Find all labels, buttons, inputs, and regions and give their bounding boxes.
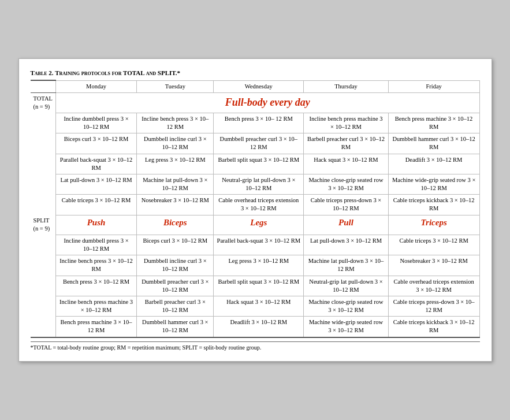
split-row-2-mon: Incline bench press 3 × 10–12 RM	[55, 255, 136, 276]
total-row-2-label	[31, 133, 56, 154]
col-monday: Monday	[55, 80, 136, 92]
total-row-2: Biceps curl 3 × 10–12 RM Dumbbell inclin…	[31, 133, 480, 154]
split-label-cell: SPLIT(n = 9)	[31, 215, 56, 235]
split-day-triceps: Triceps	[388, 215, 479, 235]
split-day-legs: Legs	[214, 215, 304, 235]
total-row-1: Incline dumbbell press 3 × 10–12 RM Incl…	[31, 113, 480, 133]
split-row-3: Bench press 3 × 10–12 RM Dumbbell preach…	[31, 276, 480, 296]
total-row-3-tue: Leg press 3 × 10–12 RM	[137, 154, 214, 174]
split-row-5: Bench press machine 3 × 10–12 RM Dumbbel…	[31, 317, 480, 337]
total-row-4-label	[31, 174, 56, 194]
total-row-5-fri: Cable triceps kickback 3 × 10–12 RM	[388, 195, 479, 215]
full-body-label: Full-body every day	[55, 93, 479, 113]
col-wednesday: Wednesday	[214, 80, 304, 92]
total-row-2-thu: Barbell preacher curl 3 × 10–12 RM	[304, 133, 388, 154]
split-row-1-wed: Parallel back-squat 3 × 10–12 RM	[214, 235, 304, 255]
page: Table 2. Training protocols for TOTAL an…	[18, 58, 492, 361]
split-day-pull: Pull	[304, 215, 388, 235]
total-row-5: Cable triceps 3 × 10–12 RM Nosebreaker 3…	[31, 195, 480, 215]
total-row-4-thu: Machine close-grip seated row 3 × 10–12 …	[304, 174, 388, 194]
total-row-4-mon: Lat pull-down 3 × 10–12 RM	[55, 174, 136, 194]
split-row-4-tue: Barbell preacher curl 3 × 10–12 RM	[137, 296, 214, 316]
split-row-5-mon: Bench press machine 3 × 10–12 RM	[55, 317, 136, 337]
split-header-row: SPLIT(n = 9) Push Biceps Legs Pull Trice…	[31, 215, 480, 235]
total-row-4: Lat pull-down 3 × 10–12 RM Machine lat p…	[31, 174, 480, 194]
total-row-5-tue: Nosebreaker 3 × 10–12 RM	[137, 195, 214, 215]
split-row-4: Incline bench press machine 3 × 10–12 RM…	[31, 296, 480, 316]
split-row-1-label	[31, 235, 56, 255]
total-row-5-thu: Cable triceps press-down 3 × 10–12 RM	[304, 195, 388, 215]
split-row-5-label	[31, 317, 56, 337]
split-row-2-fri: Nosebreaker 3 × 10–12 RM	[388, 255, 479, 276]
split-row-4-fri: Cable triceps press-down 3 × 10–12 RM	[388, 296, 479, 316]
split-row-3-label	[31, 276, 56, 296]
split-row-2-thu: Machine lat pull-down 3 × 10–12 RM	[304, 255, 388, 276]
split-row-5-thu: Machine wide-grip seated row 3 × 10–12 R…	[304, 317, 388, 337]
split-row-3-tue: Dumbbell preacher curl 3 × 10–12 RM	[137, 276, 214, 296]
total-row-4-tue: Machine lat pull-down 3 × 10–12 RM	[137, 174, 214, 194]
total-row-3-label	[31, 154, 56, 174]
total-row-3-mon: Parallel back-squat 3 × 10–12 RM	[55, 154, 136, 174]
total-row-5-mon: Cable triceps 3 × 10–12 RM	[55, 195, 136, 215]
split-row-3-thu: Neutral-grip lat pull-down 3 × 10–12 RM	[304, 276, 388, 296]
split-row-1-mon: Incline dumbbell press 3 × 10–12 RM	[55, 235, 136, 255]
total-row-2-mon: Biceps curl 3 × 10–12 RM	[55, 133, 136, 154]
total-row-1-thu: Incline bench press machine 3 × 10–12 RM	[304, 113, 388, 133]
total-row-4-fri: Machine wide-grip seated row 3 × 10–12 R…	[388, 174, 479, 194]
split-row-5-tue: Dumbbell hammer curl 3 × 10–12 RM	[137, 317, 214, 337]
split-row-3-mon: Bench press 3 × 10–12 RM	[55, 276, 136, 296]
split-row-2: Incline bench press 3 × 10–12 RM Dumbbel…	[31, 255, 480, 276]
total-label: TOTAL(n = 9)	[31, 93, 56, 113]
split-row-4-thu: Machine close-grip seated row 3 × 10–12 …	[304, 296, 388, 316]
total-row-1-label	[31, 113, 56, 133]
split-row-1-tue: Biceps curl 3 × 10–12 RM	[137, 235, 214, 255]
col-tuesday: Tuesday	[137, 80, 214, 92]
split-day-biceps: Biceps	[137, 215, 214, 235]
split-day-push: Push	[55, 215, 136, 235]
total-row-4-wed: Neutral-grip lat pull-down 3 × 10–12 RM	[214, 174, 304, 194]
table-title: Table 2. Training protocols for TOTAL an…	[31, 69, 480, 76]
split-row-5-wed: Deadlift 3 × 10–12 RM	[214, 317, 304, 337]
col-thursday: Thursday	[304, 80, 388, 92]
col-friday: Friday	[388, 80, 479, 92]
split-row-4-wed: Hack squat 3 × 10–12 RM	[214, 296, 304, 316]
total-row-5-wed: Cable overhead triceps extension 3 × 10–…	[214, 195, 304, 215]
footnote: *TOTAL = total-body routine group; RM = …	[31, 341, 480, 351]
split-row-1-fri: Cable triceps 3 × 10–12 RM	[388, 235, 479, 255]
header-row: Monday Tuesday Wednesday Thursday Friday	[31, 80, 480, 92]
total-row-2-tue: Dumbbell incline curl 3 × 10–12 RM	[137, 133, 214, 154]
split-row-2-tue: Dumbbell incline curl 3 × 10–12 RM	[137, 255, 214, 276]
main-table: Monday Tuesday Wednesday Thursday Friday…	[31, 80, 480, 337]
split-row-1: Incline dumbbell press 3 × 10–12 RM Bice…	[31, 235, 480, 255]
split-row-5-fri: Cable triceps kickback 3 × 10–12 RM	[388, 317, 479, 337]
total-row-1-wed: Bench press 3 × 10– 12 RM	[214, 113, 304, 133]
total-row-3-thu: Hack squat 3 × 10–12 RM	[304, 154, 388, 174]
split-row-2-wed: Leg press 3 × 10–12 RM	[214, 255, 304, 276]
total-row-1-tue: Incline bench press 3 × 10–12 RM	[137, 113, 214, 133]
total-row-2-fri: Dumbbell hammer curl 3 × 10–12 RM	[388, 133, 479, 154]
total-row-5-label	[31, 195, 56, 215]
total-row-1-mon: Incline dumbbell press 3 × 10–12 RM	[55, 113, 136, 133]
split-row-2-label	[31, 255, 56, 276]
split-row-3-wed: Barbell split squat 3 × 10–12 RM	[214, 276, 304, 296]
split-row-1-thu: Lat pull-down 3 × 10–12 RM	[304, 235, 388, 255]
total-header-row: TOTAL(n = 9) Full-body every day	[31, 93, 480, 113]
split-row-3-fri: Cable overhead triceps extension 3 × 10–…	[388, 276, 479, 296]
total-row-2-wed: Dumbbell preacher curl 3 × 10–12 RM	[214, 133, 304, 154]
total-row-1-fri: Bench press machine 3 × 10–12 RM	[388, 113, 479, 133]
total-row-3-fri: Deadlift 3 × 10–12 RM	[388, 154, 479, 174]
split-row-4-label	[31, 296, 56, 316]
col-empty	[31, 80, 56, 92]
split-row-4-mon: Incline bench press machine 3 × 10–12 RM	[55, 296, 136, 316]
total-row-3: Parallel back-squat 3 × 10–12 RM Leg pre…	[31, 154, 480, 174]
total-row-3-wed: Barbell split squat 3 × 10–12 RM	[214, 154, 304, 174]
